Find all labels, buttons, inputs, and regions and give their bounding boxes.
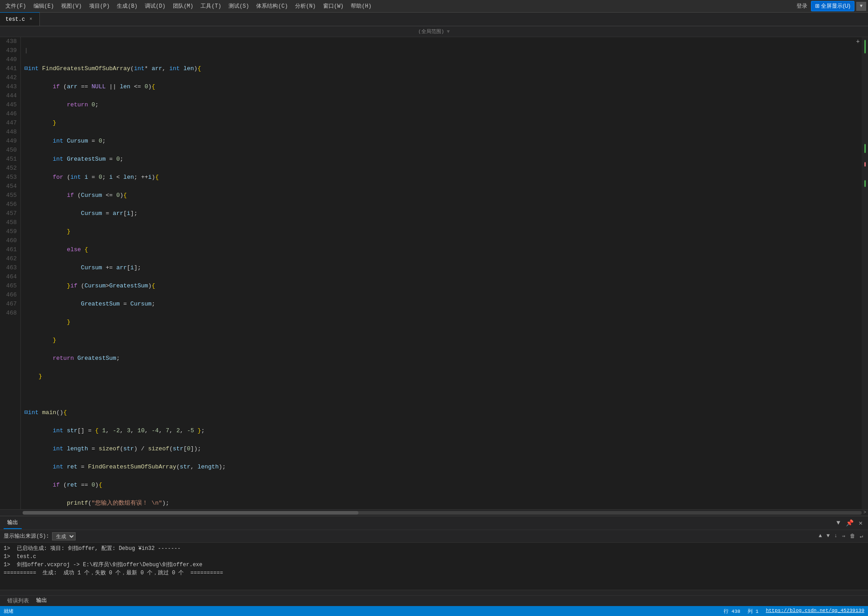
code-line-447: Cursum = arr[i]; — [24, 209, 858, 218]
breadcrumb: (全局范围) ▼ — [0, 26, 868, 37]
status-col: 列 1 — [748, 608, 758, 615]
menu-debug[interactable]: 调试(D) — [141, 1, 169, 11]
code-line-445: for (int i = 0; i < len; ++i){ — [24, 173, 858, 182]
right-scrollbar[interactable] — [862, 37, 868, 509]
output-content: 1> 已启动生成: 项目: 剑指offer, 配置: Debug ¥in32 -… — [0, 543, 868, 590]
code-line-440: if (arr == NULL || len <= 0){ — [24, 82, 858, 91]
code-line-454: } — [24, 336, 858, 345]
menu-analyze[interactable]: 分析(N) — [291, 1, 320, 11]
code-line-438: | — [24, 46, 858, 55]
editor-scroll: 438 439 440 441 442 443 444 445 446 447 … — [0, 37, 868, 509]
menu-test[interactable]: 测试(S) — [225, 1, 253, 11]
fullscreen-button[interactable]: ⊞ 全屏显示(U) — [811, 1, 854, 11]
status-link[interactable]: https://blog.csdn.net/qq_45239139 — [766, 608, 864, 615]
output-source-label: 显示输出来源(S): — [4, 532, 49, 540]
tab-error-list[interactable]: 错误列表 — [4, 595, 33, 606]
status-ready: 就绪 — [4, 608, 14, 615]
code-line-462: if (ret == 0){ — [24, 481, 858, 490]
toolbar-next-button[interactable]: ↓ — [833, 532, 839, 540]
code-line-450: Cursum += arr[i]; — [24, 263, 858, 272]
panel-toggle-button[interactable]: ▼ — [835, 518, 842, 528]
toolbar-clear-button[interactable]: 🗑 — [849, 532, 857, 540]
line-numbers: 438 439 440 441 442 443 444 445 446 447 … — [0, 37, 21, 509]
bottom-panel-tabs: 输出 ▼ 📌 ✕ — [0, 516, 868, 530]
output-line-3: 1> 剑指offer.vcxproj -> E:\程序员\剑指offer\Deb… — [4, 561, 864, 569]
panel-pin-button[interactable]: 📌 — [844, 518, 855, 528]
toolbar-copy-button[interactable]: ⇒ — [841, 532, 847, 540]
code-line-460: int length = sizeof(str) / sizeof(str[0]… — [24, 444, 858, 454]
code-line-458: ⊟int main(){ — [24, 408, 858, 417]
code-line-456: } — [24, 372, 858, 381]
window-control-button[interactable]: ▼ — [856, 2, 866, 11]
status-line: 行 438 — [724, 608, 740, 615]
menu-project[interactable]: 项目(P) — [86, 1, 114, 11]
code-area: 438 439 440 441 442 443 444 445 446 447 … — [0, 37, 868, 509]
menu-bar: 文件(F) 编辑(E) 视图(V) 项目(P) 生成(B) 调试(D) 团队(M… — [0, 0, 868, 13]
toolbar-up-button[interactable]: ▲ — [817, 532, 823, 540]
menu-view[interactable]: 视图(V) — [57, 1, 86, 11]
toolbar-down-button[interactable]: ▼ — [825, 532, 831, 540]
code-line-455: return GreatestSum; — [24, 354, 858, 363]
code-line-449: else { — [24, 245, 858, 254]
status-bar: 就绪 行 438 列 1 https://blog.csdn.net/qq_45… — [0, 606, 868, 616]
output-source-select[interactable]: 生成 — [52, 532, 76, 540]
code-line-452: GreatestSum = Cursum; — [24, 300, 858, 309]
tab-output[interactable]: 输出 — [4, 517, 22, 529]
menu-arch[interactable]: 体系结构(C) — [253, 1, 291, 11]
output-toolbar: 显示输出来源(S): 生成 ▲ ▼ ↓ ⇒ 🗑 ↵ — [0, 530, 868, 543]
panel-close-button[interactable]: ✕ — [857, 518, 864, 528]
code-line-461: int ret = FindGreatestSumOfSubArray(str,… — [24, 463, 858, 472]
code-line-463: printf("您输入的数组有误！ \n"); — [24, 499, 858, 508]
menu-team[interactable]: 团队(M) — [169, 1, 197, 11]
code-line-444: int GreatestSum = 0; — [24, 155, 858, 164]
output-line-2: 1> test.c — [4, 553, 864, 561]
code-line-441: return 0; — [24, 100, 858, 110]
code-line-443: int Cursum = 0; — [24, 137, 858, 146]
code-line-442: } — [24, 119, 858, 128]
code-line-451: }if (Cursum>GreatestSum){ — [24, 282, 858, 291]
status-right: 行 438 列 1 https://blog.csdn.net/qq_45239… — [724, 608, 864, 615]
output-line-1: 1> 已启动生成: 项目: 剑指offer, 配置: Debug ¥in32 -… — [4, 544, 864, 553]
tab-bar: test.c × — [0, 13, 868, 26]
menu-help[interactable]: 帮助(H) — [347, 1, 375, 11]
code-line-448: } — [24, 227, 858, 236]
menu-file[interactable]: 文件(F) — [2, 1, 30, 11]
code-line-453: } — [24, 318, 858, 327]
code-line-439: ⊟int FindGreatestSumOfSubArray(int* arr,… — [24, 64, 858, 73]
code-line-457 — [24, 390, 858, 399]
editor-expand-button[interactable]: + — [854, 37, 862, 46]
toolbar-wrap-button[interactable]: ↵ — [858, 532, 864, 540]
code-content[interactable]: | ⊟int FindGreatestSumOfSubArray(int* ar… — [21, 37, 862, 509]
fullscreen-icon: ⊞ — [815, 3, 820, 9]
tab-label: test.c — [5, 16, 25, 23]
bottom-panel: 输出 ▼ 📌 ✕ 显示输出来源(S): 生成 ▲ ▼ ↓ ⇒ 🗑 ↵ 1> 已启… — [0, 516, 868, 606]
menu-tools[interactable]: 工具(T) — [197, 1, 225, 11]
login-button[interactable]: 登录 — [793, 1, 811, 11]
code-line-459: int str[] = { 1, -2, 3, 10, -4, 7, 2, -5… — [24, 426, 858, 435]
menu-edit[interactable]: 编辑(E) — [30, 1, 58, 11]
output-line-4: ========== 生成: 成功 1 个，失败 0 个，最新 0 个，跳过 0… — [4, 569, 864, 577]
tab-close-button[interactable]: × — [28, 16, 34, 23]
code-line-446: if (Cursum <= 0){ — [24, 191, 858, 200]
menu-build[interactable]: 生成(B) — [113, 1, 141, 11]
editor-container: 438 439 440 441 442 443 444 445 446 447 … — [0, 37, 868, 509]
menu-window[interactable]: 窗口(W) — [320, 1, 348, 11]
panel-controls: ▼ 📌 ✕ — [835, 518, 864, 528]
tab-test-c[interactable]: test.c × — [0, 12, 40, 26]
tab-output-bottom[interactable]: 输出 — [33, 595, 51, 607]
